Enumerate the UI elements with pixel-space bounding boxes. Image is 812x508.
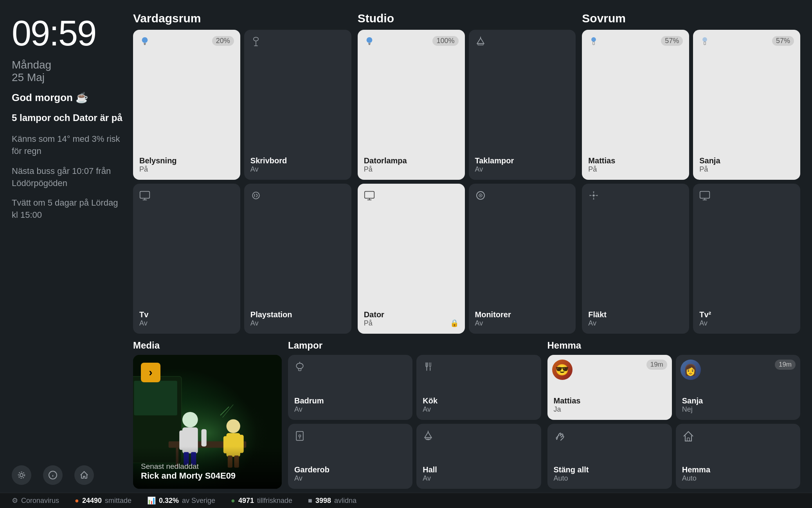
room-vardagsrum: Vardagsrum 20% Belysning På [133, 12, 351, 334]
laundry-info: Tvätt om 5 dagar på Lördag kl 15:00 [12, 197, 125, 221]
lampor-title: Lampor [288, 340, 541, 351]
tile-badrum[interactable]: Badrum Av [288, 355, 412, 420]
svg-point-15 [366, 37, 372, 43]
svg-rect-32 [700, 192, 710, 199]
bus-info: Nästa buss går 10:07 från Lödörpögöden [12, 165, 125, 190]
person-tile-sanja[interactable]: 👩 19m Sanja Nej [676, 355, 800, 420]
cutlery-icon [423, 361, 434, 375]
svg-point-0 [20, 474, 23, 477]
svg-marker-18 [477, 38, 484, 43]
vardagsrum-tiles: 20% Belysning På Skrivbord [133, 30, 351, 334]
tile-playstation[interactable]: Playstation Av [244, 184, 351, 334]
room-sovrum: Sovrum 57% Mattias På [582, 12, 800, 334]
procent-label: av Sverige [182, 497, 215, 505]
ceiling2-icon [423, 430, 434, 444]
tile-flakt[interactable]: Fläkt Av [582, 184, 689, 334]
stang-allt-label: Stäng allt [554, 465, 666, 474]
svg-rect-11 [140, 192, 150, 199]
toilet-icon [294, 361, 305, 375]
lock-icon: 🔒 [450, 319, 459, 327]
svg-point-14 [252, 192, 259, 199]
sanja-lamp-percent: 57% [772, 36, 794, 46]
status-avlidna: ■ 3998 avlidna [308, 497, 356, 505]
sidebar-icon-info[interactable] [43, 465, 63, 485]
tile-belysning[interactable]: 20% Belysning På [133, 30, 240, 180]
taklampor-status: Av [475, 165, 570, 174]
sidebar-icon-home[interactable] [74, 465, 94, 485]
procent-icon: 📊 [147, 496, 156, 505]
status-coronavirus: ⚙ Coronavirus [12, 496, 59, 505]
svg-rect-67 [425, 437, 431, 439]
hemma-grid: 😎 19m Mattias Ja 👩 19m Sanja Nej [547, 355, 801, 489]
flakt-label: Fläkt [588, 310, 683, 319]
avlidna-label: avlidna [334, 497, 356, 505]
sidebar-icon-eye[interactable] [12, 465, 31, 485]
datorlampa-status: På [364, 165, 459, 174]
sidebar-nav [12, 465, 125, 489]
sovrum-tiles: 57% Mattias På 57% Sanja På [582, 30, 800, 334]
tile-tv2[interactable]: Tv² Av [693, 184, 800, 334]
tile-mattias-lamp[interactable]: 57% Mattias På [582, 30, 689, 180]
tile-skrivbord[interactable]: Skrivbord Av [244, 30, 351, 180]
playstation-status: Av [250, 319, 345, 327]
coronavirus-icon: ⚙ [12, 496, 18, 505]
svg-point-26 [480, 195, 481, 196]
tile-dator[interactable]: 🔒 Dator På [358, 184, 465, 334]
tile-monitorer[interactable]: Monitorer Av [469, 184, 576, 334]
alert-text: 5 lampor och Dator är på [12, 112, 125, 124]
datorlampa-percent: 100% [432, 36, 458, 46]
tillfrisknade-icon: ● [231, 497, 235, 505]
datorlampa-icon [364, 36, 375, 50]
wardrobe-icon [294, 430, 305, 444]
svg-point-48 [227, 419, 240, 433]
status-bar: ⚙ Coronavirus ● 24490 smittade 📊 0.32% a… [0, 493, 812, 508]
svg-rect-6 [144, 43, 146, 44]
badrum-status: Av [294, 405, 406, 414]
house-icon [682, 430, 695, 445]
badrum-label: Badrum [294, 396, 406, 405]
hemma-auto-label: Hemma [682, 465, 794, 474]
svg-point-42 [182, 412, 198, 428]
garderob-label: Garderob [294, 465, 406, 474]
tillfrisknade-label: tillfrisknade [257, 497, 292, 505]
action-stang-allt[interactable]: Stäng allt Auto [547, 424, 672, 489]
tillfrisknade-value: 4971 [238, 497, 254, 505]
sanja-name: Sanja [682, 396, 794, 405]
garderob-status: Av [294, 474, 406, 483]
tile-tv-vr[interactable]: Tv Av [133, 184, 240, 334]
rooms-row: Vardagsrum 20% Belysning På [133, 12, 800, 334]
lamp-icon [250, 36, 261, 50]
media-caption: Senast nedladdat Rick and Morty S04E09 [133, 447, 282, 489]
svg-rect-20 [478, 43, 483, 45]
tv2-label: Tv² [699, 310, 794, 319]
dator-status: På [364, 319, 459, 327]
svg-point-1 [18, 472, 25, 478]
playstation-icon [250, 190, 261, 204]
media-title: Media [133, 340, 282, 351]
lampor-tiles: Badrum Av Kö [288, 355, 541, 489]
skrivbord-status: Av [250, 165, 345, 174]
tile-sanja-lamp[interactable]: 57% Sanja På [693, 30, 800, 180]
dator-label: Dator [364, 310, 459, 319]
media-caption-sub: Senast nedladdat [141, 462, 274, 471]
flakt-status: Av [588, 319, 683, 327]
mattias-lamp-percent: 57% [661, 36, 683, 46]
media-section: Media [133, 340, 282, 489]
belysning-percent: 20% [212, 36, 234, 46]
tile-taklampor[interactable]: Taklampor Av [469, 30, 576, 180]
person-tile-mattias[interactable]: 😎 19m Mattias Ja [547, 355, 672, 420]
smittade-icon: ● [75, 497, 79, 505]
tile-garderob[interactable]: Garderob Av [288, 424, 412, 489]
wave-icon [554, 430, 566, 445]
fan-icon [588, 190, 599, 204]
media-card[interactable]: › Senast nedladdat Rick and Morty S04E09 [133, 355, 282, 489]
clock-time: 09:59 [12, 16, 125, 51]
kok-status: Av [423, 405, 535, 414]
tile-hall[interactable]: Hall Av [416, 424, 541, 489]
room-title-sovrum: Sovrum [582, 12, 800, 25]
action-hemma[interactable]: Hemma Auto [676, 424, 800, 489]
tv-icon [139, 190, 150, 204]
status-procent: 📊 0.32% av Sverige [147, 496, 215, 505]
tile-kok[interactable]: Kök Av [416, 355, 541, 420]
tile-datorlampa[interactable]: 100% Datorlampa På [358, 30, 465, 180]
